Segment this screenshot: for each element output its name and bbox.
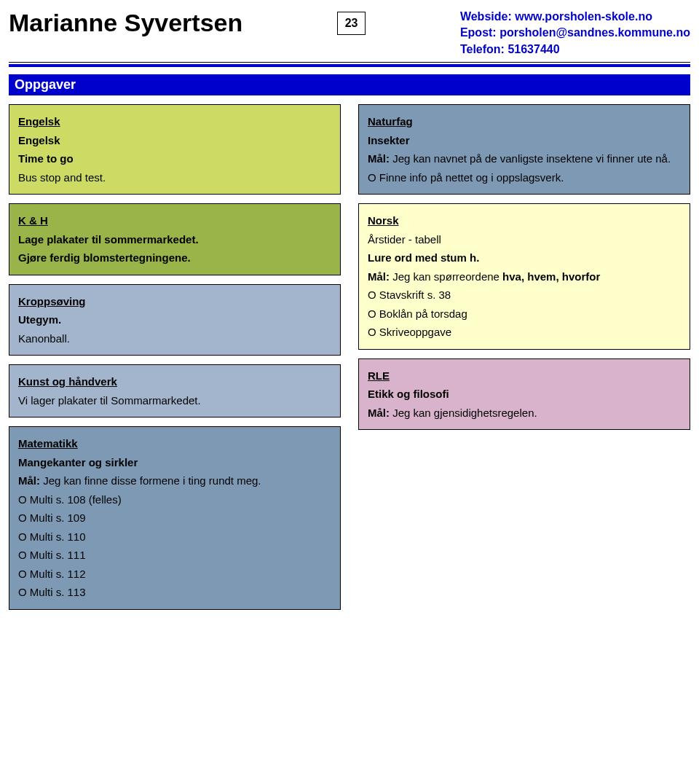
box-kh: K & H Lage plakater til sommermarkedet. …: [9, 203, 341, 275]
box-kroppsoving: Kroppsøving Utegym. Kanonball.: [9, 284, 341, 356]
box-naturfag: Naturfag Insekter Mål: Jeg kan navnet på…: [358, 104, 690, 195]
rle-goal-text: Jeg kan gjensidighetsregelen.: [390, 407, 537, 419]
rle-goal-label: Mål:: [368, 407, 390, 419]
subject-kroppsoving: Kroppsøving: [18, 292, 331, 311]
subject-kh: K & H: [18, 211, 331, 230]
norsk-item2: O Boklån på torsdag: [368, 305, 681, 324]
subject-kunsthandverk: Kunst og håndverk: [18, 372, 331, 391]
box-kunsthandverk: Kunst og håndverk Vi lager plakater til …: [9, 364, 341, 418]
matte-goal: Mål: Jeg kan finne disse formene i ting …: [18, 471, 331, 490]
engelsk-sub: Engelsk: [18, 131, 331, 150]
matte-goal-label: Mål:: [18, 474, 40, 487]
norsk-item1: O Stavskrift s. 38: [368, 286, 681, 305]
rle-sub: Etikk og filosofi: [368, 385, 681, 404]
contact-website: Webside: www.porsholen-skole.no: [460, 9, 690, 25]
norsk-goal-label: Mål:: [368, 270, 390, 283]
matte-item: O Multi s. 112: [18, 565, 331, 584]
subject-norsk: Norsk: [368, 211, 681, 230]
content-columns: Engelsk Engelsk Time to go Bus stop and …: [9, 104, 690, 610]
subject-engelsk: Engelsk: [18, 112, 331, 131]
section-title-bar: Oppgaver: [9, 74, 690, 95]
naturfag-sub: Insekter: [368, 131, 681, 150]
matte-sub: Mangekanter og sirkler: [18, 453, 331, 472]
week-number-box: 23: [337, 12, 366, 35]
matte-item: O Multi s. 113: [18, 583, 331, 602]
document-header: Marianne Syvertsen 23 Webside: www.porsh…: [9, 9, 690, 58]
divider-thin: [9, 62, 690, 63]
matte-item: O Multi s. 110: [18, 528, 331, 546]
engelsk-line2: Bus stop and test.: [18, 168, 331, 187]
rle-goal: Mål: Jeg kan gjensidighetsregelen.: [368, 404, 681, 423]
norsk-line2: Lure ord med stum h.: [368, 248, 681, 267]
kunsthandverk-line1: Vi lager plakater til Sommarmarkedet.: [18, 391, 331, 410]
kh-line2: Gjøre ferdig blomstertegningene.: [18, 248, 331, 267]
naturfag-goal-label: Mål:: [368, 152, 390, 165]
left-column: Engelsk Engelsk Time to go Bus stop and …: [9, 104, 341, 610]
naturfag-goal: Mål: Jeg kan navnet på de vanligste inse…: [368, 149, 681, 168]
divider-thick: [9, 64, 690, 67]
kroppsoving-line2: Kanonball.: [18, 329, 331, 348]
norsk-goal-bold: hva, hvem, hvorfor: [502, 270, 600, 283]
contact-info: Webside: www.porsholen-skole.no Epost: p…: [460, 9, 690, 58]
norsk-goal: Mål: Jeg kan spørreordene hva, hvem, hvo…: [368, 267, 681, 286]
box-rle: RLE Etikk og filosofi Mål: Jeg kan gjens…: [358, 358, 690, 431]
contact-email: Epost: porsholen@sandnes.kommune.no: [460, 25, 690, 41]
matte-item: O Multi s. 108 (felles): [18, 490, 331, 509]
norsk-line1: Årstider - tabell: [368, 230, 681, 249]
naturfag-item1: O Finne info på nettet og i oppslagsverk…: [368, 168, 681, 187]
box-norsk: Norsk Årstider - tabell Lure ord med stu…: [358, 203, 690, 350]
norsk-item3: O Skriveoppgave: [368, 323, 681, 342]
subject-naturfag: Naturfag: [368, 112, 681, 131]
right-column: Naturfag Insekter Mål: Jeg kan navnet på…: [358, 104, 690, 610]
kroppsoving-line1: Utegym.: [18, 310, 331, 329]
subject-rle: RLE: [368, 366, 681, 385]
matte-goal-text: Jeg kan finne disse formene i ting rundt…: [40, 474, 261, 487]
contact-phone: Telefon: 51637440: [460, 42, 690, 58]
matte-item: O Multi s. 109: [18, 509, 331, 528]
box-matematikk: Matematikk Mangekanter og sirkler Mål: J…: [9, 426, 341, 610]
box-engelsk: Engelsk Engelsk Time to go Bus stop and …: [9, 104, 341, 195]
naturfag-goal-text: Jeg kan navnet på de vanligste insektene…: [390, 152, 671, 165]
engelsk-line1: Time to go: [18, 149, 331, 168]
norsk-goal-pre: Jeg kan spørreordene: [390, 270, 502, 283]
teacher-name: Marianne Syvertsen: [9, 9, 242, 37]
kh-line1: Lage plakater til sommermarkedet.: [18, 230, 331, 249]
subject-matematikk: Matematikk: [18, 434, 331, 453]
matte-item: O Multi s. 111: [18, 546, 331, 565]
